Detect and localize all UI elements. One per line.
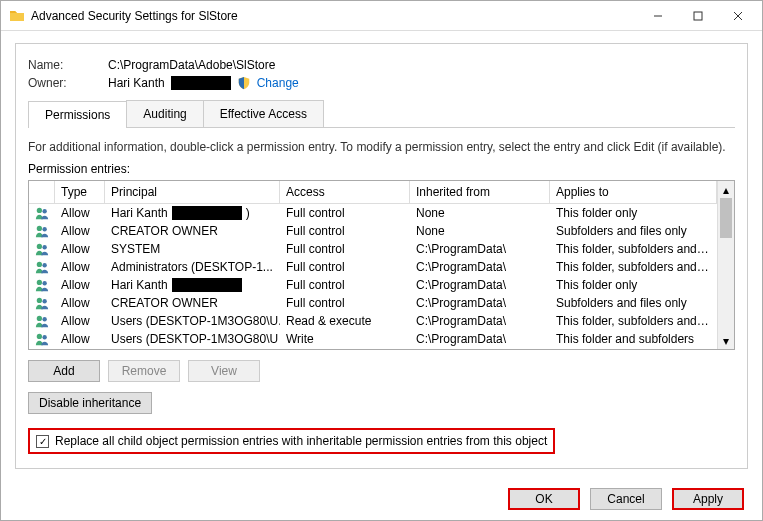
name-value: C:\ProgramData\Adobe\SlStore: [108, 58, 275, 72]
cell-principal: SYSTEM: [105, 240, 280, 258]
cell-type: Allow: [55, 258, 105, 276]
info-text: For additional information, double-click…: [28, 140, 735, 154]
table-row[interactable]: Allow Administrators (DESKTOP-1... Full …: [29, 258, 717, 276]
user-icon: [29, 222, 55, 240]
replace-children-row: ✓ Replace all child object permission en…: [28, 428, 555, 454]
owner-value: Hari Kanth: [108, 76, 165, 90]
cell-applies: This folder, subfolders and files: [550, 240, 717, 258]
svg-point-18: [37, 334, 42, 339]
svg-point-13: [42, 281, 46, 285]
replace-children-checkbox[interactable]: ✓: [36, 435, 49, 448]
cell-type: Allow: [55, 312, 105, 330]
cell-type: Allow: [55, 240, 105, 258]
cell-inherited: C:\ProgramData\: [410, 294, 550, 312]
cell-applies: This folder, subfolders and files: [550, 312, 717, 330]
cell-access: Write: [280, 330, 410, 348]
cell-access: Full control: [280, 294, 410, 312]
view-button: View: [188, 360, 260, 382]
cell-applies: This folder only: [550, 204, 717, 222]
svg-rect-1: [694, 12, 702, 20]
table-row[interactable]: Allow Users (DESKTOP-1M3OG80\U Write C:\…: [29, 330, 717, 348]
svg-point-7: [42, 227, 46, 231]
table-row[interactable]: Allow Hari Kanth Full control C:\Program…: [29, 276, 717, 294]
cell-principal: Hari Kanth: [105, 276, 280, 294]
svg-point-10: [37, 262, 42, 267]
title-bar: Advanced Security Settings for SlStore: [1, 1, 762, 31]
permission-grid: Type Principal Access Inherited from App…: [28, 180, 735, 350]
cell-applies: This folder, subfolders and files: [550, 258, 717, 276]
cell-principal: CREATOR OWNER: [105, 294, 280, 312]
window-title: Advanced Security Settings for SlStore: [31, 9, 638, 23]
cell-inherited: C:\ProgramData\: [410, 330, 550, 348]
grid-scrollbar[interactable]: ▴ ▾: [717, 181, 734, 349]
shield-icon: [237, 76, 251, 90]
user-icon: [29, 240, 55, 258]
table-row[interactable]: Allow Users (DESKTOP-1M3OG80\U... Read &…: [29, 312, 717, 330]
cancel-button[interactable]: Cancel: [590, 488, 662, 510]
svg-point-9: [42, 245, 46, 249]
user-icon: [29, 276, 55, 294]
svg-point-17: [42, 317, 46, 321]
name-label: Name:: [28, 58, 108, 72]
folder-icon: [9, 8, 25, 24]
ok-button[interactable]: OK: [508, 488, 580, 510]
cell-inherited: C:\ProgramData\: [410, 312, 550, 330]
apply-button[interactable]: Apply: [672, 488, 744, 510]
col-type[interactable]: Type: [55, 181, 105, 204]
table-row[interactable]: Allow CREATOR OWNER Full control None Su…: [29, 222, 717, 240]
user-icon: [29, 330, 55, 348]
table-row[interactable]: Allow Hari Kanth) Full control None This…: [29, 204, 717, 222]
owner-redacted: [171, 76, 231, 90]
cell-inherited: C:\ProgramData\: [410, 258, 550, 276]
svg-point-6: [37, 226, 42, 231]
main-panel: Name: C:\ProgramData\Adobe\SlStore Owner…: [15, 43, 748, 469]
cell-inherited: C:\ProgramData\: [410, 276, 550, 294]
scroll-down-icon[interactable]: ▾: [718, 332, 734, 349]
cell-inherited: None: [410, 222, 550, 240]
user-icon: [29, 312, 55, 330]
cell-applies: This folder and subfolders: [550, 330, 717, 348]
minimize-button[interactable]: [638, 2, 678, 30]
col-principal[interactable]: Principal: [105, 181, 280, 204]
close-button[interactable]: [718, 2, 758, 30]
cell-access: Read & execute: [280, 312, 410, 330]
grid-header: Type Principal Access Inherited from App…: [29, 181, 717, 204]
change-owner-link[interactable]: Change: [257, 76, 299, 90]
scroll-thumb[interactable]: [720, 198, 732, 238]
col-inherited[interactable]: Inherited from: [410, 181, 550, 204]
svg-point-5: [42, 209, 46, 213]
scroll-up-icon[interactable]: ▴: [718, 181, 734, 198]
replace-children-label: Replace all child object permission entr…: [55, 434, 547, 448]
cell-type: Allow: [55, 276, 105, 294]
cell-inherited: None: [410, 204, 550, 222]
svg-point-15: [42, 299, 46, 303]
disable-inheritance-button[interactable]: Disable inheritance: [28, 392, 152, 414]
user-icon: [29, 258, 55, 276]
add-button[interactable]: Add: [28, 360, 100, 382]
svg-point-19: [42, 335, 46, 339]
table-row[interactable]: Allow CREATOR OWNER Full control C:\Prog…: [29, 294, 717, 312]
maximize-button[interactable]: [678, 2, 718, 30]
cell-principal: Users (DESKTOP-1M3OG80\U...: [105, 312, 280, 330]
svg-point-14: [37, 298, 42, 303]
cell-access: Full control: [280, 222, 410, 240]
tab-auditing[interactable]: Auditing: [126, 100, 203, 127]
cell-principal: Users (DESKTOP-1M3OG80\U: [105, 330, 280, 348]
cell-access: Full control: [280, 240, 410, 258]
col-access[interactable]: Access: [280, 181, 410, 204]
tab-effective-access[interactable]: Effective Access: [203, 100, 324, 127]
col-applies[interactable]: Applies to: [550, 181, 717, 204]
svg-point-12: [37, 280, 42, 285]
cell-type: Allow: [55, 204, 105, 222]
table-row[interactable]: Allow SYSTEM Full control C:\ProgramData…: [29, 240, 717, 258]
cell-type: Allow: [55, 222, 105, 240]
cell-type: Allow: [55, 294, 105, 312]
tab-permissions[interactable]: Permissions: [28, 101, 127, 128]
svg-point-8: [37, 244, 42, 249]
user-icon: [29, 294, 55, 312]
cell-principal: Hari Kanth): [105, 204, 280, 222]
dialog-footer: OK Cancel Apply: [508, 488, 744, 510]
cell-inherited: C:\ProgramData\: [410, 240, 550, 258]
cell-access: Full control: [280, 276, 410, 294]
remove-button: Remove: [108, 360, 180, 382]
